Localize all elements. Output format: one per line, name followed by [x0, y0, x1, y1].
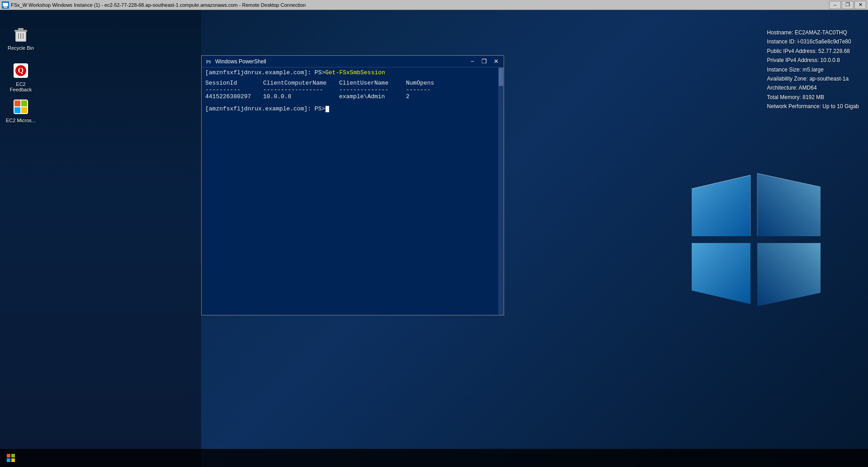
ps-col-num-opens: NumOpens [406, 80, 434, 86]
rdp-icon [2, 1, 9, 9]
ec2-feedback-label: EC2 Feedback [5, 81, 37, 92]
start-icon [6, 453, 15, 462]
title-bar-left: FSx_W Workshop Windows Instance (1) - ec… [2, 1, 306, 9]
ps-data-row: 4415226380297 10.0.0.8 example\Admin 2 [205, 93, 500, 100]
ec2-micros-img [12, 98, 30, 116]
ps-data-num-opens: 2 [406, 93, 410, 100]
ps-icon: PS [205, 58, 212, 65]
svg-rect-16 [14, 30, 27, 32]
svg-marker-9 [757, 243, 821, 306]
network-performance-text: Network Performance: Up to 10 Gigab [767, 102, 859, 111]
title-bar-buttons: − ❐ ✕ [829, 1, 866, 9]
svg-rect-32 [11, 454, 15, 457]
svg-text:Q: Q [18, 67, 24, 74]
ec2-feedback-icon[interactable]: Q EC2 Feedback [3, 60, 39, 94]
svg-marker-6 [692, 175, 750, 236]
ps-col-client-user: ClientUserName [339, 80, 402, 86]
ps-close-button[interactable]: ✕ [490, 57, 502, 66]
ps-cursor [326, 106, 329, 112]
ps-prompt-1: [amznfsxfljdnrux.example.com]: PS> [205, 69, 325, 76]
total-memory-text: Total Memory: 8192 MB [767, 93, 859, 102]
windows-logo [687, 171, 823, 306]
ps-div-1: ---------- [205, 86, 259, 93]
ps-command: Get-FSxSmbSession [325, 69, 385, 76]
public-ipv4-text: Public IPv4 Address: 52.77.228.68 [767, 47, 859, 56]
ps-minimize-button[interactable]: − [467, 57, 478, 66]
ps-scrollbar[interactable] [498, 67, 504, 315]
restore-button[interactable]: ❐ [842, 1, 854, 9]
ps-col-session-id: SessionId [205, 80, 259, 86]
ps-title-text: Windows PowerShell [215, 58, 266, 65]
svg-marker-7 [757, 173, 821, 236]
ps-titlebar[interactable]: PS Windows PowerShell − ❐ ✕ [202, 56, 504, 67]
svg-marker-8 [692, 243, 750, 304]
svg-rect-34 [11, 458, 15, 462]
ps-spacer-1 [205, 76, 500, 80]
svg-text:PS: PS [206, 59, 211, 64]
private-ipv4-text: Private IPv4 Address: 10.0.0.8 [767, 56, 859, 65]
svg-rect-28 [21, 107, 27, 113]
close-button[interactable]: ✕ [854, 1, 866, 9]
powershell-window: PS Windows PowerShell − ❐ ✕ [amznfsxfljd… [201, 55, 504, 315]
recycle-bin-img [12, 25, 30, 43]
instance-info: Hostname: EC2AMAZ-TAC0THQ Instance ID: i… [767, 28, 859, 111]
ps-spacer-2 [205, 100, 500, 105]
recycle-bin-label: Recycle Bin [8, 45, 34, 51]
ps-line-2: [amznfsxfljdnrux.example.com]: PS> [205, 105, 500, 112]
instance-size-text: Instance Size: m5.large [767, 65, 859, 74]
svg-rect-26 [21, 100, 27, 106]
availability-zone-text: Availability Zone: ap-southeast-1a [767, 74, 859, 83]
recycle-bin-icon[interactable]: Recycle Bin [3, 24, 39, 52]
ps-maximize-button[interactable]: ❐ [478, 57, 490, 66]
ps-data-session-id: 4415226380297 [205, 93, 259, 100]
ec2-micros-icon[interactable]: EC2 Micros... [3, 96, 39, 125]
instance-id-text: Instance ID: i-0316c5a6e8c9d7e80 [767, 37, 859, 46]
ps-scrollthumb[interactable] [499, 68, 503, 86]
ps-div-4: ------- [406, 86, 431, 93]
desktop: Recycle Bin Q EC2 Feedback EC2 Micros...… [0, 10, 868, 467]
ec2-micros-label: EC2 Micros... [6, 118, 36, 123]
ps-div-3: -------------- [339, 86, 402, 93]
ps-content[interactable]: [amznfsxfljdnrux.example.com]: PS>Get-FS… [202, 67, 504, 315]
ec2-feedback-img: Q [12, 62, 30, 80]
ps-data-client-computer: 10.0.0.8 [263, 93, 335, 100]
ps-header-row: SessionId ClientComputerName ClientUserN… [205, 80, 500, 86]
svg-rect-27 [14, 107, 20, 113]
hostname-text: Hostname: EC2AMAZ-TAC0THQ [767, 28, 859, 37]
svg-rect-17 [18, 28, 24, 30]
ps-divider-row: ---------- ----------------- -----------… [205, 86, 500, 93]
ps-titlebar-left: PS Windows PowerShell [205, 58, 266, 65]
ps-div-2: ----------------- [263, 86, 335, 93]
architecture-text: Architecture: AMD64 [767, 83, 859, 92]
ps-prompt-2: [amznfsxfljdnrux.example.com]: PS> [205, 105, 325, 112]
start-button[interactable] [0, 449, 22, 467]
ps-line-1: [amznfsxfljdnrux.example.com]: PS>Get-FS… [205, 69, 500, 76]
minimize-button[interactable]: − [829, 1, 841, 9]
svg-rect-25 [14, 100, 20, 106]
ps-col-client-computer: ClientComputerName [263, 80, 335, 86]
taskbar [0, 449, 868, 467]
title-bar: FSx_W Workshop Windows Instance (1) - ec… [0, 0, 868, 10]
svg-rect-31 [7, 454, 10, 457]
svg-rect-1 [3, 3, 8, 6]
title-bar-text: FSx_W Workshop Windows Instance (1) - ec… [11, 2, 306, 8]
ps-titlebar-buttons: − ❐ ✕ [467, 57, 502, 66]
svg-rect-33 [7, 458, 10, 462]
ps-data-client-user: example\Admin [339, 93, 402, 100]
